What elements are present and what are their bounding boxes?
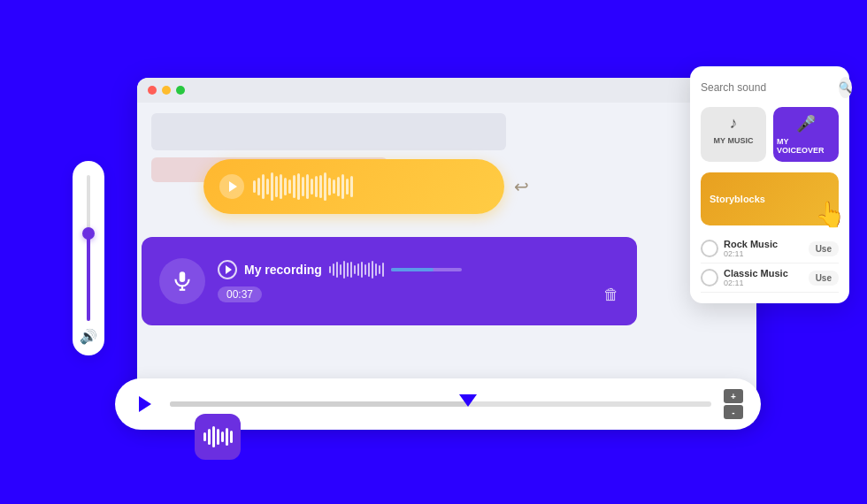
play-icon-main <box>139 396 151 412</box>
volume-thumb[interactable] <box>82 227 95 240</box>
storyblocks-label: Storyblocks <box>710 194 765 204</box>
search-input[interactable] <box>701 81 833 94</box>
use-button-rock[interactable]: Use <box>809 241 839 256</box>
play-button-recording[interactable] <box>218 260 237 279</box>
timeline-zoom-controls: + - <box>724 389 743 419</box>
window-titlebar <box>137 78 756 103</box>
waveform-yellow <box>253 173 488 200</box>
timestamp-badge: 00:37 <box>218 286 262 302</box>
wave-bar-7 <box>230 431 233 443</box>
zoom-in-button[interactable]: + <box>724 389 743 403</box>
music-note-icon: ♪ <box>730 114 738 133</box>
cursor-hand-icon: 👆 <box>815 200 846 229</box>
audio-icon-badge <box>195 414 241 460</box>
music-name-rock: Rock Music <box>724 239 803 249</box>
wave-bar-5 <box>221 431 224 442</box>
my-voiceover-button[interactable]: 🎤 MY VOICEOVER <box>773 107 839 162</box>
my-voiceover-label: MY VOICEOVER <box>777 137 835 155</box>
timeline-progress <box>170 401 468 407</box>
maximize-dot[interactable] <box>176 86 185 95</box>
sound-categories: ♪ MY MUSIC 🎤 MY VOICEOVER <box>701 107 839 162</box>
sound-search-row: 🔍 <box>701 77 839 98</box>
wave-bar-2 <box>208 429 211 445</box>
play-button-main[interactable] <box>133 392 157 416</box>
music-info-classic: Classic Music 02:11 <box>724 268 803 287</box>
music-item-rock: Rock Music 02:11 Use <box>701 234 839 263</box>
close-dot[interactable] <box>148 86 157 95</box>
timeline-cursor <box>459 394 477 407</box>
music-duration-rock: 02:11 <box>724 249 803 258</box>
return-arrow-icon: ↩ <box>514 176 529 197</box>
music-duration-classic: 02:11 <box>724 279 803 287</box>
music-name-classic: Classic Music <box>724 268 803 279</box>
music-item-classic: Classic Music 02:11 Use <box>701 263 839 293</box>
timeline-bar[interactable] <box>170 401 711 407</box>
mic-small-icon: 🎤 <box>796 114 816 134</box>
storyblocks-banner[interactable]: Storyblocks 👆 <box>701 172 839 225</box>
volume-slider-panel: 🔊 <box>73 161 104 355</box>
audio-track-yellow: ↩ <box>203 159 504 214</box>
my-music-button[interactable]: ♪ MY MUSIC <box>701 107 766 162</box>
search-icon[interactable]: 🔍 <box>839 77 852 98</box>
recording-bottom-row: 00:37 🗑 <box>218 286 619 304</box>
recording-label: My recording <box>244 263 322 277</box>
mic-icon-circle <box>159 258 205 304</box>
progress-bar-fill <box>391 268 434 271</box>
my-music-label: MY MUSIC <box>714 136 754 145</box>
recording-track-content: My recording 00:37 🗑 <box>218 259 619 304</box>
volume-icon: 🔊 <box>80 328 97 345</box>
placeholder-row-1 <box>151 113 506 150</box>
wave-bar-1 <box>203 432 206 441</box>
recording-top-row: My recording <box>218 259 619 280</box>
progress-bar-track[interactable] <box>391 268 462 271</box>
play-icon-recording <box>226 265 232 274</box>
play-button-yellow[interactable] <box>219 174 244 199</box>
play-icon-yellow <box>229 181 237 192</box>
use-button-classic[interactable]: Use <box>809 271 839 286</box>
wave-bar-3 <box>212 426 215 447</box>
mic-icon <box>171 270 194 293</box>
music-dot-classic[interactable] <box>701 269 718 286</box>
volume-track[interactable] <box>87 175 90 321</box>
sound-panel: 🔍 ♪ MY MUSIC 🎤 MY VOICEOVER Storyblocks … <box>690 66 849 303</box>
zoom-out-button[interactable]: - <box>724 405 743 419</box>
music-info-rock: Rock Music 02:11 <box>724 239 803 258</box>
volume-fill <box>87 233 90 321</box>
wave-bar-4 <box>217 429 219 445</box>
cursor-triangle <box>459 394 477 407</box>
wave-bar-6 <box>226 428 228 446</box>
svg-rect-0 <box>180 271 186 282</box>
recording-track: My recording 00:37 🗑 <box>142 237 637 325</box>
waveform-recording <box>329 259 384 280</box>
minimize-dot[interactable] <box>162 86 171 95</box>
music-dot-rock[interactable] <box>701 240 718 257</box>
trash-icon[interactable]: 🗑 <box>603 286 619 304</box>
audio-wave-icon <box>203 426 233 447</box>
